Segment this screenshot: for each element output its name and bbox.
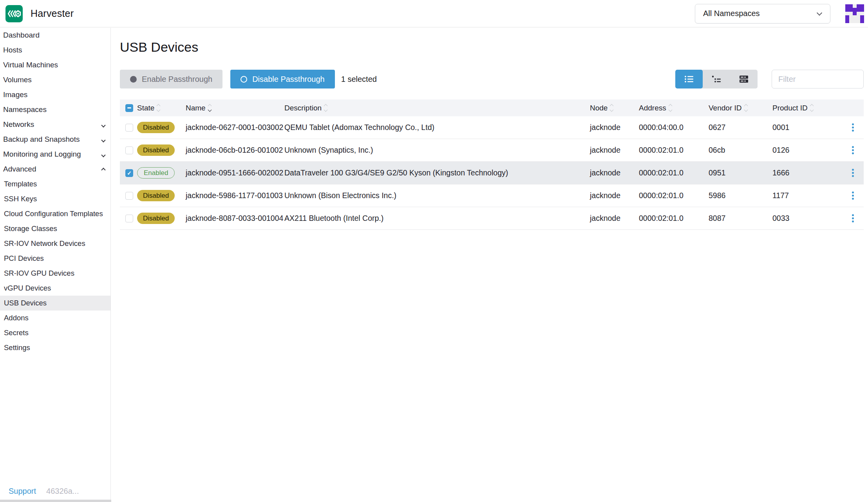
row-actions-menu-icon[interactable]: [852, 172, 854, 174]
device-address: 0000:02:01.0: [639, 168, 709, 177]
table-row-selected: Enabled jacknode-0951-1666-002002 DataTr…: [120, 162, 864, 184]
select-all-checkbox[interactable]: [125, 104, 133, 112]
column-header-node[interactable]: Node: [590, 104, 639, 112]
device-address: 0000:02:01.0: [639, 146, 709, 155]
row-checkbox-checked[interactable]: [125, 169, 133, 177]
sidebar-group-networks[interactable]: Networks: [0, 117, 110, 132]
table-row: Disabled jacknode-06cb-0126-001002 Unkno…: [120, 139, 864, 162]
sidebar-item-volumes[interactable]: Volumes: [0, 72, 110, 87]
device-node: jacknode: [590, 191, 639, 200]
sort-icon: [324, 105, 327, 111]
disable-passthrough-button[interactable]: Disable Passthrough: [230, 70, 335, 88]
sidebar-item-settings[interactable]: Settings: [0, 340, 110, 355]
column-header-address[interactable]: Address: [639, 104, 709, 112]
sort-icon: [810, 105, 813, 111]
device-description: AX211 Bluetooth (Intel Corp.): [284, 214, 590, 223]
chevron-down-icon: [817, 10, 822, 15]
enable-passthrough-button[interactable]: Enable Passthrough: [120, 70, 222, 88]
support-link[interactable]: Support: [9, 487, 36, 496]
device-name: jacknode-06cb-0126-001002: [186, 146, 284, 155]
device-name: jacknode-5986-1177-001003: [186, 191, 284, 200]
sort-icon: [745, 105, 747, 111]
sort-icon-active: [208, 105, 211, 111]
sidebar-item-pci-devices[interactable]: PCI Devices: [0, 251, 110, 266]
table-row: Disabled jacknode-5986-1177-001003 Unkno…: [120, 184, 864, 207]
device-vendor-id: 06cb: [709, 146, 772, 155]
sidebar-item-ssh-keys[interactable]: SSH Keys: [0, 191, 110, 206]
row-actions-menu-icon[interactable]: [852, 149, 854, 151]
sidebar-footer: Support 46326a...: [9, 487, 79, 496]
sidebar-item-addons[interactable]: Addons: [0, 311, 110, 325]
sidebar: Dashboard Hosts Virtual Machines Volumes…: [0, 28, 111, 502]
device-node: jacknode: [590, 123, 639, 132]
device-vendor-id: 5986: [709, 191, 772, 200]
usb-devices-table: State Name Description Node Address: [120, 99, 864, 230]
device-vendor-id: 0627: [709, 123, 772, 132]
app-title: Harvester: [31, 8, 74, 19]
row-checkbox[interactable]: [125, 124, 133, 132]
hollow-circle-icon: [241, 76, 247, 83]
chevron-down-icon: [102, 135, 105, 144]
chevron-down-icon: [102, 150, 105, 159]
namespace-selector[interactable]: All Namespaces: [695, 4, 830, 23]
version-text: 46326a...: [46, 487, 79, 496]
column-header-state[interactable]: State: [137, 104, 186, 112]
row-actions-menu-icon[interactable]: [852, 217, 854, 219]
device-vendor-id: 0951: [709, 168, 772, 177]
page-title: USB Devices: [120, 40, 864, 55]
sidebar-item-namespaces[interactable]: Namespaces: [0, 102, 110, 117]
device-product-id: 0126: [772, 146, 842, 155]
list-view-button[interactable]: [675, 70, 703, 88]
main-content: USB Devices Enable Passthrough Disable P…: [111, 28, 868, 502]
grouped-list-view-button[interactable]: [703, 70, 730, 88]
filter-input[interactable]: [772, 70, 864, 88]
sidebar-item-templates[interactable]: Templates: [0, 177, 110, 191]
sidebar-item-virtual-machines[interactable]: Virtual Machines: [0, 58, 110, 72]
selected-count: 1 selected: [341, 75, 377, 84]
sidebar-item-sr-iov-network-devices[interactable]: SR-IOV Network Devices: [0, 236, 110, 251]
sidebar-item-dashboard[interactable]: Dashboard: [0, 28, 110, 43]
top-bar: Harvester All Namespaces: [0, 0, 868, 27]
namespace-selector-value: All Namespaces: [703, 9, 760, 18]
sidebar-item-hosts[interactable]: Hosts: [0, 43, 110, 58]
sidebar-item-vgpu-devices[interactable]: vGPU Devices: [0, 281, 110, 296]
sort-icon: [669, 105, 672, 111]
row-checkbox[interactable]: [125, 192, 133, 200]
brand: Harvester: [0, 5, 74, 22]
sidebar-group-backup-and-snapshots[interactable]: Backup and Snapshots: [0, 132, 110, 147]
column-header-product-id[interactable]: Product ID: [772, 104, 842, 112]
column-header-description[interactable]: Description: [284, 104, 590, 112]
sidebar-item-cloud-configuration-templates[interactable]: Cloud Configuration Templates: [0, 206, 110, 221]
sidebar-item-secrets[interactable]: Secrets: [0, 325, 110, 340]
device-product-id: 0001: [772, 123, 842, 132]
device-name: jacknode-8087-0033-001004: [186, 214, 284, 223]
harvester-logo-icon[interactable]: [5, 5, 23, 22]
status-badge: Enabled: [137, 167, 175, 179]
device-description: Unknown (Synaptics, Inc.): [284, 146, 590, 155]
sidebar-group-monitoring-and-logging[interactable]: Monitoring and Logging: [0, 147, 110, 162]
device-address: 0000:02:01.0: [639, 191, 709, 200]
records-view-button[interactable]: [730, 70, 758, 88]
harvester-app: Harvester All Namespaces Dashboard Hosts…: [0, 0, 868, 502]
sidebar-item-sr-iov-gpu-devices[interactable]: SR-IOV GPU Devices: [0, 266, 110, 281]
row-checkbox[interactable]: [125, 215, 133, 222]
column-header-vendor-id[interactable]: Vendor ID: [709, 104, 772, 112]
row-checkbox[interactable]: [125, 146, 133, 154]
sidebar-item-images[interactable]: Images: [0, 87, 110, 102]
chevron-down-icon: [102, 120, 105, 129]
device-description: QEMU Tablet (Adomax Technology Co., Ltd): [284, 123, 590, 132]
device-node: jacknode: [590, 146, 639, 155]
device-description: Unknown (Bison Electronics Inc.): [284, 191, 590, 200]
column-header-name[interactable]: Name: [186, 104, 284, 112]
sidebar-item-usb-devices[interactable]: USB Devices: [0, 296, 110, 311]
row-actions-menu-icon[interactable]: [852, 195, 854, 197]
row-actions-menu-icon[interactable]: [852, 126, 854, 128]
table-row: Disabled jacknode-8087-0033-001004 AX211…: [120, 207, 864, 230]
device-node: jacknode: [590, 214, 639, 223]
user-avatar[interactable]: [845, 4, 864, 23]
sidebar-group-advanced[interactable]: Advanced: [0, 162, 110, 177]
sidebar-item-storage-classes[interactable]: Storage Classes: [0, 221, 110, 236]
chevron-up-icon: [102, 165, 105, 173]
table-header-row: State Name Description Node Address: [120, 99, 864, 116]
view-mode-toggle: [675, 70, 758, 88]
